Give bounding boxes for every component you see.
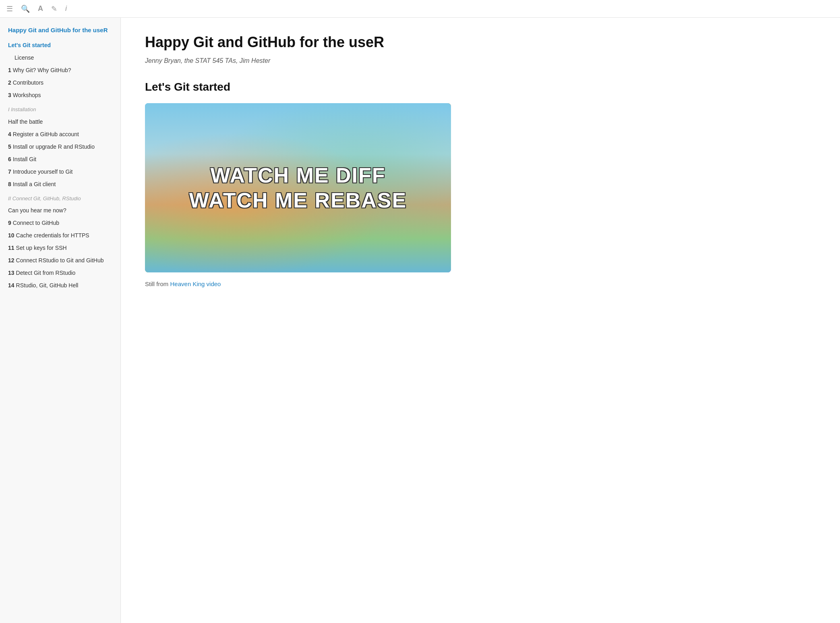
content-area: Happy Git and GitHub for the useR Jenny … — [121, 18, 840, 623]
sidebar-item-4[interactable]: 4Register a GitHub account — [0, 128, 120, 141]
sidebar-item-5[interactable]: 5Install or upgrade R and RStudio — [0, 141, 120, 153]
sidebar-item-half-the-battle[interactable]: Half the battle — [0, 116, 120, 128]
font-icon[interactable]: A — [38, 4, 43, 13]
edit-icon[interactable]: ✎ — [51, 4, 57, 13]
info-icon[interactable]: i — [65, 4, 67, 13]
sidebar-item-10[interactable]: 10Cache credentials for HTTPS — [0, 229, 120, 242]
caption-link[interactable]: Heaven King video — [170, 280, 221, 287]
search-icon[interactable]: 🔍 — [21, 4, 30, 13]
caption-text: Still from — [145, 280, 170, 287]
video-overlay: WATCH ME DIFF WATCH ME REBASE — [189, 163, 407, 213]
video-caption: Still from Heaven King video — [145, 280, 816, 287]
section-title: Let's Git started — [145, 81, 816, 93]
sidebar-item-8[interactable]: 8Install a Git client — [0, 178, 120, 191]
toolbar: ☰ 🔍 A ✎ i — [0, 0, 840, 18]
menu-icon[interactable]: ☰ — [6, 4, 13, 13]
book-title: Happy Git and GitHub for the useR — [145, 34, 816, 51]
video-text-line2: WATCH ME REBASE — [189, 188, 407, 213]
book-subtitle: Jenny Bryan, the STAT 545 TAs, Jim Heste… — [145, 57, 816, 64]
sidebar-item-connect: II Connect Git, GitHub, RStudio — [0, 191, 120, 205]
sidebar-item-9[interactable]: 9Connect to GitHub — [0, 217, 120, 229]
video-thumbnail[interactable]: WATCH ME DIFF WATCH ME REBASE — [145, 103, 451, 272]
sidebar-item-license[interactable]: License — [0, 52, 120, 64]
sidebar-item-12[interactable]: 12Connect RStudio to Git and GitHub — [0, 254, 120, 267]
video-container: WATCH ME DIFF WATCH ME REBASE — [145, 103, 451, 272]
sidebar-item-7[interactable]: 7Introduce yourself to Git — [0, 166, 120, 178]
sidebar-item-14[interactable]: 14RStudio, Git, GitHub Hell — [0, 279, 120, 292]
sidebar-item-1[interactable]: 1Why Git? Why GitHub? — [0, 64, 120, 77]
sidebar-item-can-you-hear[interactable]: Can you hear me now? — [0, 204, 120, 217]
main-layout: Happy Git and GitHub for the useR Let's … — [0, 18, 840, 623]
sidebar-item-3[interactable]: 3Workshops — [0, 89, 120, 102]
sidebar-item-13[interactable]: 13Detect Git from RStudio — [0, 267, 120, 279]
sidebar-item-installation: I Installation — [0, 102, 120, 116]
sidebar-item-lets-git-started[interactable]: Let's Git started — [0, 39, 120, 52]
sidebar: Happy Git and GitHub for the useR Let's … — [0, 18, 121, 623]
sidebar-item-2[interactable]: 2Contributors — [0, 77, 120, 89]
video-text-line1: WATCH ME DIFF — [189, 163, 407, 188]
sidebar-item-11[interactable]: 11Set up keys for SSH — [0, 242, 120, 254]
sidebar-book-title[interactable]: Happy Git and GitHub for the useR — [0, 24, 120, 36]
sidebar-item-6[interactable]: 6Install Git — [0, 153, 120, 166]
